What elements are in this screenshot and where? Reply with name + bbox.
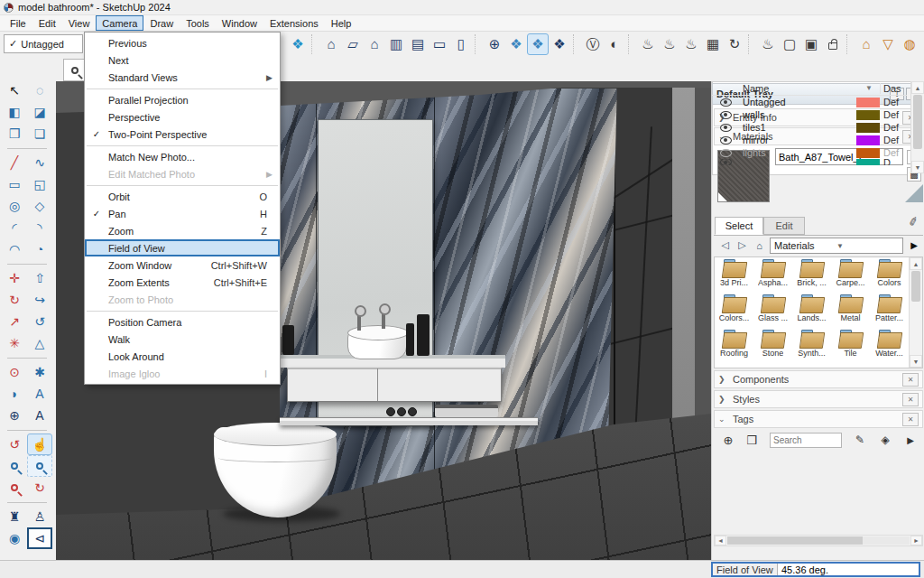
two-point-arc-tool[interactable]: ◝ [27, 217, 52, 238]
paint-bucket-tool[interactable]: ◧ [2, 101, 27, 123]
vray-vfb-window-icon[interactable]: ▢ [779, 33, 800, 55]
menubar-item-edit[interactable]: Edit [32, 15, 62, 31]
material-folder-colors[interactable]: Colors [870, 259, 909, 294]
scroll-up-icon[interactable]: ▲ [910, 257, 922, 270]
menu-item-look-around[interactable]: Look Around [85, 348, 280, 365]
vray-batch-render-icon[interactable]: ▣ [800, 33, 822, 55]
name-column-header[interactable]: Name [743, 83, 865, 94]
menu-item-edit-matched-photo[interactable]: Edit Matched Photo▶ [85, 165, 280, 182]
menubar-item-extensions[interactable]: Extensions [263, 15, 325, 31]
materials-scrollbar[interactable]: ▲ ▼ [909, 257, 922, 368]
tag-row-tiles1[interactable]: tiles1Def [712, 121, 907, 134]
view-back-icon[interactable]: ▤ [407, 33, 429, 55]
vray-material-blue-icon[interactable]: ❖ [287, 33, 309, 55]
material-folder-patter[interactable]: Patter... [870, 294, 909, 330]
tags-table-header[interactable]: Name ▼ Das [712, 81, 907, 96]
menu-item-standard-views[interactable]: Standard Views▶ [85, 69, 280, 86]
tag-color-swatch[interactable] [856, 123, 880, 133]
vray-render-icon[interactable]: ♨ [637, 33, 659, 55]
zoom-window-tool[interactable] [27, 455, 52, 477]
tag-color-swatch[interactable] [856, 159, 880, 165]
components-close-button[interactable]: ✕ [902, 373, 919, 387]
purge-tags-icon[interactable]: ◈ [876, 432, 894, 448]
menu-item-perspective[interactable]: Perspective [85, 108, 280, 126]
make-component-tool[interactable]: ❒ [2, 123, 27, 144]
pencil-icon[interactable]: ✎ [851, 432, 869, 448]
tape-measure-tool[interactable]: ⊙ [2, 361, 27, 383]
vray-lightgen-icon[interactable]: ⌂ [855, 33, 877, 55]
menubar-item-camera[interactable]: Camera [96, 15, 143, 31]
material-folder-colors[interactable]: Colors... [715, 294, 753, 330]
walk-tool[interactable]: ♙ [27, 506, 52, 527]
menu-item-pan[interactable]: ✓PanH [85, 205, 280, 222]
scroll-right-icon[interactable]: ► [910, 536, 922, 545]
visibility-eye-icon[interactable] [720, 149, 732, 157]
select-tool[interactable]: ↖ [2, 79, 27, 101]
orbit-tool[interactable]: ↺ [2, 434, 27, 455]
forward-button[interactable]: ▷ [735, 238, 750, 253]
scroll-thumb[interactable] [727, 536, 863, 545]
colored-axes-icon[interactable]: ✳ [2, 332, 27, 354]
scroll-left-icon[interactable]: ◄ [715, 536, 726, 545]
circle-tool[interactable]: ◎ [2, 195, 27, 217]
rectangle-tool[interactable]: ▭ [2, 173, 27, 195]
vray-lock-icon[interactable] [822, 33, 844, 55]
material-folder-water[interactable]: Water... [870, 330, 909, 365]
position-camera-tool[interactable]: ♜ [2, 506, 27, 527]
fov-value-input[interactable] [778, 564, 919, 575]
tags-close-button[interactable]: ✕ [902, 413, 919, 426]
scene-photo-icon-3[interactable]: ❖ [549, 33, 570, 55]
tag-color-swatch[interactable] [856, 98, 880, 107]
tags-horizontal-scrollbar[interactable]: ◄ ► [714, 535, 923, 546]
view-bottom-icon[interactable]: ▯ [450, 33, 472, 55]
menubar-item-tools[interactable]: Tools [180, 15, 216, 31]
material-folder-stone[interactable]: Stone [753, 330, 792, 365]
menu-item-previous[interactable]: Previous [85, 34, 280, 51]
menu-item-walk[interactable]: Walk [85, 331, 280, 348]
tag-color-swatch[interactable] [856, 135, 880, 145]
menu-item-position-camera[interactable]: Position Camera [85, 313, 280, 331]
tab-edit[interactable]: Edit [763, 217, 805, 235]
look-around-tool[interactable]: ◉ [2, 527, 27, 549]
vray-render-interactive-icon[interactable]: ♨ [659, 33, 680, 55]
scale-tool[interactable]: ↗ [2, 311, 27, 332]
menu-item-zoom-window[interactable]: Zoom WindowCtrl+Shift+W [85, 256, 280, 274]
material-folder-brick[interactable]: Brick, ... [792, 259, 831, 294]
menu-item-next[interactable]: Next [85, 51, 280, 69]
polygon-tool[interactable]: ◇ [27, 195, 52, 217]
tags-header[interactable]: ⌄ Tags ✕ [714, 410, 923, 428]
menu-item-two-point-perspective[interactable]: ✓Two-Point Perspective [85, 126, 280, 143]
rotated-rectangle-tool[interactable]: ◱ [27, 173, 52, 195]
tag-filter-combo[interactable]: ✓ Untagged [4, 34, 83, 53]
search-button[interactable] [63, 59, 86, 81]
material-folder-3dpri[interactable]: 3d Pri... [715, 259, 753, 294]
vray-update-icon[interactable]: ↻ [724, 33, 745, 55]
vray-dome-light-icon[interactable]: ◍ [899, 33, 920, 55]
tag-row-partial[interactable]: D [712, 159, 907, 165]
tag-color-swatch[interactable] [856, 148, 880, 158]
tag-search-input[interactable] [770, 433, 842, 448]
menu-item-match-new-photo[interactable]: Match New Photo... [85, 148, 280, 165]
zoom-extents-tool[interactable] [2, 477, 27, 499]
tag-row-walls[interactable]: wallsDef [712, 108, 907, 121]
visibility-eye-icon[interactable] [720, 98, 732, 107]
sample-paint-corner[interactable] [905, 184, 923, 202]
camera-target-icon[interactable]: ⊕ [484, 33, 505, 55]
menubar-item-file[interactable]: File [4, 15, 32, 31]
menu-item-field-of-view[interactable]: Field of View [85, 239, 280, 256]
tag-details-button[interactable]: ▶ [901, 432, 919, 448]
menubar-item-draw[interactable]: Draw [143, 15, 180, 31]
tag-row-Untagged[interactable]: UntaggedDef [712, 96, 907, 108]
arc-tool[interactable]: ◜ [2, 217, 27, 238]
tag-row-mirror[interactable]: mirrorDef [712, 134, 907, 146]
push-pull-tool[interactable]: ⇧ [27, 267, 52, 289]
three-point-arc-tool[interactable]: ◠ [2, 238, 27, 260]
scene-photo-icon-1[interactable]: ❖ [505, 33, 527, 55]
details-arrow-button[interactable]: ▶ [907, 238, 921, 253]
move-tool[interactable]: ✛ [2, 267, 27, 289]
tag-color-swatch[interactable] [856, 110, 880, 120]
add-tag-button[interactable]: ⊕ [719, 432, 737, 448]
triangle-tool-icon[interactable]: △ [27, 332, 52, 354]
menu-item-parallel-projection[interactable]: Parallel Projection [85, 91, 280, 108]
pan-tool[interactable]: ☝ [27, 434, 52, 455]
